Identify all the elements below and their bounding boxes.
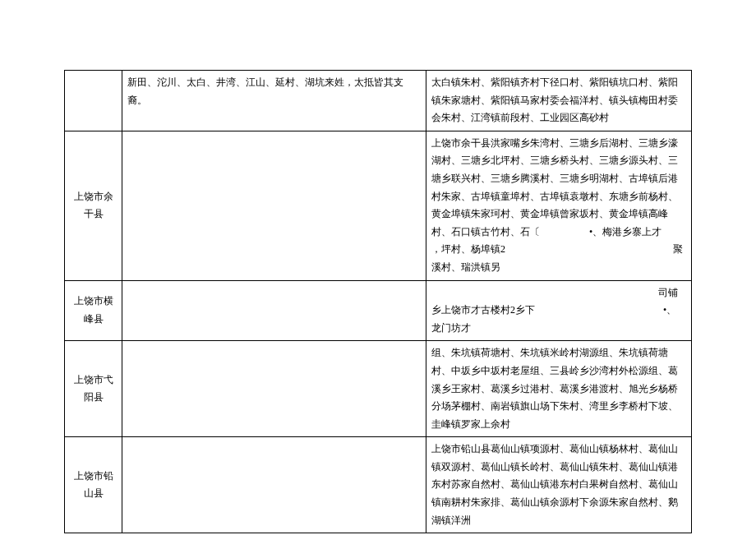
cell-middle	[122, 131, 426, 280]
cell-detail: 上饶市余干县洪家嘴乡朱湾村、三塘乡后湖村、三塘乡濠湖村、三塘乡北坪村、三塘乡桥头…	[426, 131, 692, 280]
cell-region: 上饶市横峰县	[65, 280, 122, 341]
table-row: 上饶市横峰县 司铺乡上饶市才古楼村2乡下 •、龙门坊才	[65, 280, 692, 341]
cell-region: 上饶市铅山县	[65, 437, 122, 533]
cell-detail: 司铺乡上饶市才古楼村2乡下 •、龙门坊才	[426, 280, 692, 341]
cell-region	[65, 71, 122, 131]
cell-middle	[122, 280, 426, 341]
cell-detail: 上饶市铅山县葛仙山镇项源村、葛仙山镇杨林村、葛仙山镇双源村、葛仙山镇长岭村、葛仙…	[426, 437, 692, 533]
table-row: 上饶市铅山县 上饶市铅山县葛仙山镇项源村、葛仙山镇杨林村、葛仙山镇双源村、葛仙山…	[65, 437, 692, 533]
table-row: 新田、沱川、太白、井湾、江山、延村、湖坑来姓，太抵皆其支裔。 太白镇朱村、紫阳镇…	[65, 71, 692, 131]
cell-middle	[122, 341, 426, 437]
cell-region: 上饶市余干县	[65, 131, 122, 280]
table-row: 上饶市弋阳县 组、朱坑镇荷塘村、朱坑镇米岭村湖源组、朱坑镇荷塘村、中坂乡中坂村老…	[65, 341, 692, 437]
table-row: 上饶市余干县 上饶市余干县洪家嘴乡朱湾村、三塘乡后湖村、三塘乡濠湖村、三塘乡北坪…	[65, 131, 692, 280]
cell-detail: 组、朱坑镇荷塘村、朱坑镇米岭村湖源组、朱坑镇荷塘村、中坂乡中坂村老屋组、三县岭乡…	[426, 341, 692, 437]
cell-middle: 新田、沱川、太白、井湾、江山、延村、湖坑来姓，太抵皆其支裔。	[122, 71, 426, 131]
cell-middle	[122, 437, 426, 533]
cell-detail: 太白镇朱村、紫阳镇齐村下径口村、紫阳镇坑口村、紫阳镇朱家塘村、紫阳镇马家村委会福…	[426, 71, 692, 131]
cell-region: 上饶市弋阳县	[65, 341, 122, 437]
data-table: 新田、沱川、太白、井湾、江山、延村、湖坑来姓，太抵皆其支裔。 太白镇朱村、紫阳镇…	[64, 70, 692, 533]
